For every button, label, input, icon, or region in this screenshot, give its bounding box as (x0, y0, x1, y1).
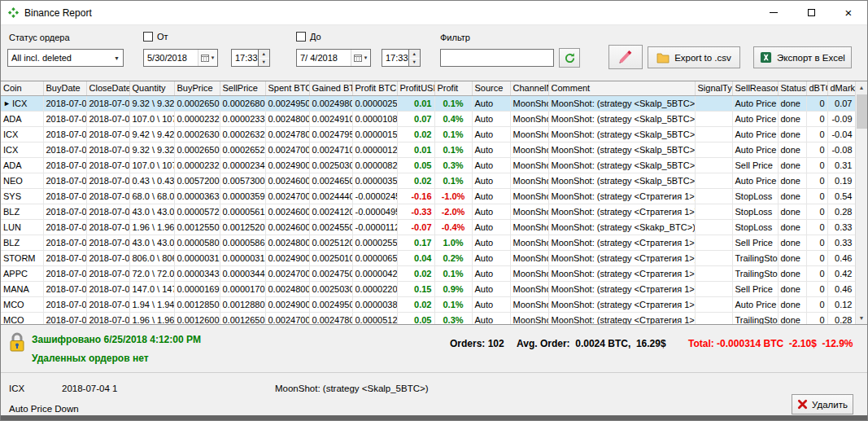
table-row[interactable]: ICX2018-07-042018-07-049.42 \ 9.420.0002… (1, 126, 855, 142)
table-row[interactable]: SYS2018-07-032018-07-0368.0 \ 68.00.0000… (1, 188, 855, 204)
cell-channelname: MoonShot (510, 219, 548, 235)
minimize-button[interactable] (755, 1, 792, 24)
column-header-sellreason[interactable]: SellReason (732, 81, 778, 95)
cell-source: Auto (472, 126, 510, 142)
cell-sellreason: Auto Price Down (732, 142, 778, 157)
cell-sellprice: 0.0000586 (220, 235, 265, 250)
column-header-signaltype[interactable]: SignalType (695, 81, 732, 95)
summary-bar: Зашифровано 6/25/2018 4:12:00 PM Удаленн… (1, 325, 867, 372)
column-header-profit-btc[interactable]: Profit BTC (352, 81, 397, 95)
cell-spent-btc: 0.0024600 (265, 173, 309, 188)
cell-dmarket: 0.33 (827, 219, 855, 235)
vertical-scrollbar[interactable]: ▲ ▼ (855, 81, 867, 324)
column-header-status[interactable]: Status (778, 81, 806, 95)
cell-gained-btc: 0.0024910 (309, 111, 352, 126)
cell-buyprice: 0.0012600 (174, 312, 220, 325)
cell-status: done (778, 126, 806, 142)
table-row[interactable]: ADA2018-07-042018-07-04107.0 \ 107.00.00… (1, 157, 855, 173)
column-header-quantity[interactable]: Quantity (129, 81, 174, 95)
from-time-spinner: ▲ ▼ (258, 50, 269, 66)
cell-source: Auto (472, 250, 510, 265)
cell-buydate: 2018-07-03 (43, 219, 86, 235)
cell-status: done (778, 250, 806, 265)
spin-down-icon[interactable]: ▼ (259, 59, 269, 67)
cell-buyprice: 0.0000232 (174, 111, 220, 126)
spin-up-icon[interactable]: ▲ (409, 50, 420, 59)
cell-profit: 0.1% (434, 142, 472, 157)
table-row[interactable]: ►ICX2018-07-042018-07-049.32 \ 9.320.000… (1, 95, 855, 111)
to-checkbox[interactable] (296, 32, 306, 42)
table-row[interactable]: NEO2018-07-042018-07-040.43 \ 0.430.0057… (1, 173, 855, 188)
cell-dmarket: 0.31 (827, 157, 855, 173)
table-row[interactable]: BLZ2018-07-032018-07-0343.0 \ 43.00.0000… (1, 235, 855, 250)
export-excel-button[interactable]: Экспорт в Excel (753, 46, 852, 68)
from-checkbox[interactable] (143, 32, 153, 42)
table-row[interactable]: STORM2018-07-032018-07-03806.0 \ 806.00.… (1, 250, 855, 265)
cell-status: done (778, 95, 806, 111)
table-row[interactable]: LUN2018-07-032018-07-031.96 \ 1.960.0012… (1, 219, 855, 235)
cell-quantity: 1.96 \ 1.96 (129, 219, 174, 235)
cell-source: Auto (472, 188, 510, 204)
app-icon (7, 7, 20, 19)
cell-coin: ICX (1, 126, 43, 142)
to-time-field[interactable]: 17:33 ▲ ▼ (382, 49, 421, 67)
table-row[interactable]: MANA2018-07-032018-07-03147.0 \ 147.00.0… (1, 281, 855, 296)
column-header-gained-btc[interactable]: Gained BTC (309, 81, 352, 95)
avg-order: Avg. Order: 0.0024 BTC, 16.29$ (517, 338, 666, 349)
column-header-source[interactable]: Source (472, 81, 510, 95)
from-checkbox-group: От (143, 32, 168, 42)
column-header-buydate[interactable]: BuyDate (43, 81, 86, 95)
scroll-up-icon[interactable]: ▲ (856, 81, 867, 94)
cell-sellprice: 0.0000170 (220, 281, 265, 296)
deleted-orders-status: Удаленных ордеров нет (32, 353, 149, 364)
table-row[interactable]: MCO2018-07-032018-07-031.96 \ 1.960.0012… (1, 312, 855, 325)
cell-comment: MoonShot: (strategy <Skalp_5BTC>) (548, 95, 695, 111)
column-header-channelname[interactable]: ChannelName (510, 81, 548, 95)
cell-spent-btc: 0.0024800 (265, 281, 309, 296)
cell-sellreason: StopLoss (732, 188, 778, 204)
table-row[interactable]: MCO2018-07-032018-07-031.94 \ 1.940.0012… (1, 296, 855, 312)
cell-sellprice: 0.0012520 (220, 219, 265, 235)
cell-dmarket: 0.12 (827, 296, 855, 312)
column-header-dmarket[interactable]: dMarket (827, 81, 855, 95)
cell-channelname: MoonShot (510, 126, 548, 142)
scroll-down-icon[interactable]: ▼ (856, 312, 867, 324)
column-header-profitusd[interactable]: ProfitUSD (397, 81, 434, 95)
apply-filter-button[interactable] (559, 48, 580, 68)
to-date-picker[interactable]: 7/ 4/2018 ▼ (296, 49, 371, 67)
table-row[interactable]: BLZ2018-07-032018-07-0343.0 \ 43.00.0000… (1, 204, 855, 219)
column-header-coin[interactable]: Coin (1, 81, 43, 95)
cell-signaltype (695, 126, 732, 142)
binance-report-window: Binance Report × Статус ордера All incl.… (0, 0, 868, 421)
from-date-picker[interactable]: 5/30/2018 ▼ (143, 49, 218, 67)
scrollbar-thumb[interactable] (857, 94, 867, 129)
cell-source: Auto (472, 111, 510, 126)
table-row[interactable]: ADA2018-07-042018-07-04107.0 \ 107.00.00… (1, 111, 855, 126)
table-row[interactable]: APPC2018-07-032018-07-0372.0 \ 72.00.000… (1, 265, 855, 281)
to-date-dropdown-button[interactable]: ▼ (351, 50, 370, 66)
from-date-dropdown-button[interactable]: ▼ (198, 50, 217, 66)
close-button[interactable]: × (830, 1, 867, 24)
column-header-profit[interactable]: Profit (434, 81, 472, 95)
filter-input[interactable] (440, 49, 554, 67)
cell-coin: APPC (1, 265, 43, 281)
lock-icon (7, 331, 27, 357)
spin-up-icon[interactable]: ▲ (259, 50, 269, 59)
column-header-closedate[interactable]: CloseDate (86, 81, 129, 95)
column-header-dbtc[interactable]: dBTC (806, 81, 827, 95)
column-header-comment[interactable]: Comment (548, 81, 695, 95)
marker-button[interactable] (608, 45, 643, 69)
delete-button[interactable]: Удалить (792, 394, 853, 414)
cell-profitusd: -0.07 (397, 219, 434, 235)
column-header-buyprice[interactable]: BuyPrice (174, 81, 220, 95)
column-header-spent-btc[interactable]: Spent BTC (265, 81, 309, 95)
spin-down-icon[interactable]: ▼ (409, 59, 420, 67)
table-row[interactable]: ICX2018-07-042018-07-049.32 \ 9.320.0002… (1, 142, 855, 157)
export-csv-button[interactable]: Export to .csv (648, 46, 740, 68)
cell-sellreason: Auto Price Down (732, 111, 778, 126)
column-header-sellprice[interactable]: SellPrice (220, 81, 265, 95)
from-time-field[interactable]: 17:33 ▲ ▼ (231, 49, 270, 67)
export-csv-label: Export to .csv (674, 53, 731, 63)
maximize-button[interactable] (792, 1, 830, 24)
order-status-dropdown[interactable]: All incl. deleted ▼ (7, 49, 124, 67)
